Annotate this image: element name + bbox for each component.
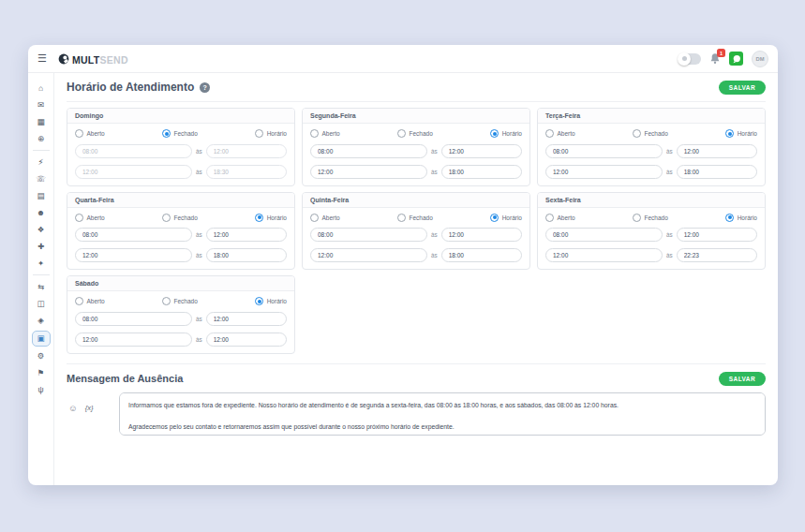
radio-fechado[interactable]: Fechado <box>397 129 433 138</box>
time-start-2[interactable] <box>545 165 663 179</box>
variable-insert-button[interactable]: {x} <box>85 404 94 436</box>
time-end-1[interactable] <box>206 228 287 242</box>
sidebar-item-campaigns-icon[interactable]: ✦ <box>32 257 51 271</box>
time-start-1[interactable] <box>75 144 192 158</box>
whatsapp-status-button[interactable] <box>729 52 743 66</box>
hamburger-menu-icon[interactable]: ☰ <box>37 53 47 64</box>
radio-aberto[interactable]: Aberto <box>75 297 105 305</box>
save-schedule-button[interactable]: SALVAR <box>719 81 766 95</box>
radio-circle[interactable] <box>397 129 406 138</box>
time-end-1[interactable] <box>441 144 522 158</box>
sidebar-item-reports-icon[interactable]: ⚑ <box>32 366 51 380</box>
radio-circle[interactable] <box>397 214 406 222</box>
radio-aberto[interactable]: Aberto <box>75 129 105 138</box>
radio-circle[interactable] <box>545 214 554 222</box>
time-start-1[interactable] <box>545 144 663 158</box>
sidebar-item-schedule-icon[interactable]: ▣ <box>32 331 51 347</box>
time-end-2[interactable] <box>206 332 287 347</box>
radio-circle[interactable] <box>75 129 83 138</box>
radio-horario[interactable]: Horário <box>725 129 757 138</box>
time-end-2[interactable] <box>206 165 287 179</box>
time-start-2[interactable] <box>75 248 192 262</box>
radio-circle[interactable] <box>725 214 734 222</box>
radio-circle[interactable] <box>162 297 171 305</box>
radio-horario[interactable]: Horário <box>255 129 287 138</box>
emoji-picker-icon[interactable]: ☺ <box>68 404 78 436</box>
radio-aberto[interactable]: Aberto <box>310 129 340 138</box>
time-end-2[interactable] <box>677 165 757 179</box>
sidebar-item-departments-icon[interactable]: ▤ <box>32 189 51 203</box>
app-logo[interactable]: MULTSEND <box>58 51 128 67</box>
radio-aberto[interactable]: Aberto <box>310 214 340 222</box>
theme-toggle-knob[interactable] <box>678 52 691 66</box>
sidebar-item-chatbot-icon[interactable]: ☻ <box>32 206 51 220</box>
save-absence-button[interactable]: SALVAR <box>719 372 766 386</box>
radio-fechado[interactable]: Fechado <box>633 214 668 222</box>
sidebar-item-channels-icon[interactable]: ☏ <box>32 172 51 186</box>
radio-horario[interactable]: Horário <box>255 214 287 222</box>
time-start-1[interactable] <box>75 312 192 326</box>
help-icon[interactable]: ? <box>200 82 210 93</box>
time-start-1[interactable] <box>310 228 427 242</box>
radio-circle[interactable] <box>633 129 641 138</box>
radio-horario[interactable]: Horário <box>725 214 757 222</box>
sidebar-item-integrations-icon[interactable]: ψ <box>32 383 51 397</box>
sidebar-item-home-icon[interactable]: ⌂ <box>32 81 51 96</box>
radio-circle[interactable] <box>255 214 263 222</box>
radio-circle[interactable] <box>255 297 263 305</box>
time-end-2[interactable] <box>206 248 287 262</box>
radio-circle[interactable] <box>255 129 263 138</box>
radio-circle[interactable] <box>725 129 734 138</box>
radio-circle[interactable] <box>75 214 83 222</box>
radio-fechado[interactable]: Fechado <box>162 129 198 138</box>
sidebar-item-kanban-icon[interactable]: ▦ <box>32 115 51 129</box>
radio-fechado[interactable]: Fechado <box>162 297 198 305</box>
time-start-2[interactable] <box>75 332 192 347</box>
radio-circle[interactable] <box>162 214 171 222</box>
sidebar-item-users-icon[interactable]: ❖ <box>32 223 51 237</box>
user-avatar[interactable]: DM <box>752 51 768 67</box>
time-end-1[interactable] <box>206 144 287 158</box>
sidebar-item-tags-icon[interactable]: ◈ <box>32 314 51 328</box>
theme-toggle[interactable] <box>678 53 701 65</box>
radio-horario[interactable]: Horário <box>255 297 287 305</box>
sidebar-item-api-icon[interactable]: ⇆ <box>32 280 51 294</box>
sidebar-item-products-icon[interactable]: ◫ <box>32 297 51 311</box>
time-end-1[interactable] <box>677 228 757 242</box>
time-start-1[interactable] <box>545 228 663 242</box>
radio-fechado[interactable]: Fechado <box>397 214 433 222</box>
radio-circle[interactable] <box>162 129 171 138</box>
time-end-1[interactable] <box>441 228 522 242</box>
sidebar-item-invites-icon[interactable]: ✚ <box>32 240 51 254</box>
radio-horario[interactable]: Horário <box>490 214 522 222</box>
time-start-2[interactable] <box>310 248 427 262</box>
notifications-button[interactable]: 1 <box>709 52 721 65</box>
time-end-2[interactable] <box>441 165 522 179</box>
time-start-1[interactable] <box>75 228 192 242</box>
sidebar-item-chats-icon[interactable]: ✉ <box>32 98 51 112</box>
radio-circle[interactable] <box>75 297 83 305</box>
time-end-2[interactable] <box>441 248 522 262</box>
radio-fechado[interactable]: Fechado <box>633 129 668 138</box>
radio-aberto[interactable]: Aberto <box>545 129 575 138</box>
radio-fechado[interactable]: Fechado <box>162 214 198 222</box>
time-start-1[interactable] <box>310 144 427 158</box>
radio-circle[interactable] <box>545 129 554 138</box>
time-end-1[interactable] <box>206 312 287 326</box>
time-start-2[interactable] <box>310 165 427 179</box>
absence-message-textarea[interactable]: Informamos que estamos fora de expedient… <box>119 392 766 436</box>
time-end-1[interactable] <box>677 144 757 158</box>
radio-aberto[interactable]: Aberto <box>545 214 575 222</box>
time-end-2[interactable] <box>677 248 757 262</box>
radio-circle[interactable] <box>490 214 499 222</box>
radio-horario[interactable]: Horário <box>490 129 522 138</box>
time-start-2[interactable] <box>545 248 663 262</box>
sidebar-item-settings-icon[interactable]: ⚙ <box>32 349 51 363</box>
sidebar-item-contacts-icon[interactable]: ⊕ <box>32 132 51 146</box>
radio-circle[interactable] <box>633 214 641 222</box>
radio-circle[interactable] <box>490 129 499 138</box>
radio-circle[interactable] <box>310 129 319 138</box>
time-start-2[interactable] <box>75 165 192 179</box>
radio-circle[interactable] <box>310 214 319 222</box>
radio-aberto[interactable]: Aberto <box>75 214 105 222</box>
